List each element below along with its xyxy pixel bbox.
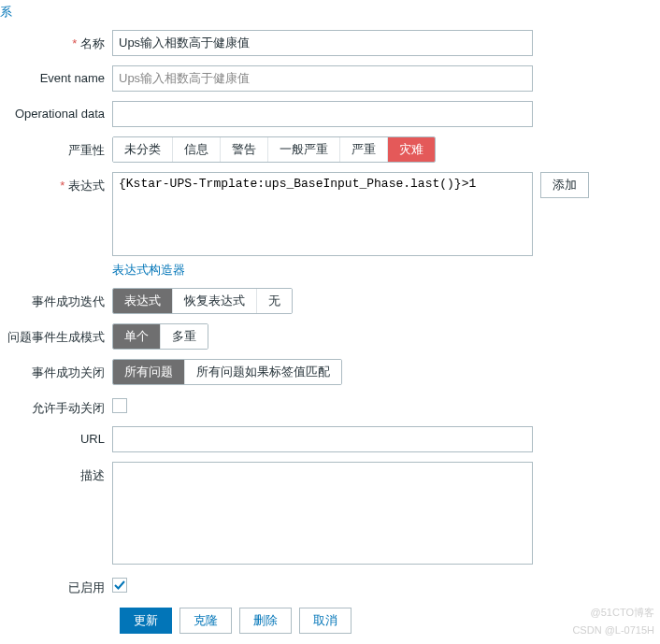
event-ok-close-all[interactable]: 所有问题 xyxy=(113,360,185,384)
severity-average[interactable]: 一般严重 xyxy=(268,137,340,162)
expression-textarea[interactable]: {Kstar-UPS-Trmplate:ups_BaseInput_Phase.… xyxy=(112,172,533,256)
expression-builder-link[interactable]: 表达式构造器 xyxy=(112,262,185,279)
problem-gen-group: 单个 多重 xyxy=(112,323,208,350)
label-severity: 严重性 xyxy=(0,136,112,159)
operational-data-input[interactable] xyxy=(112,101,533,127)
label-url: URL xyxy=(0,426,112,446)
event-ok-iter-recovery[interactable]: 恢复表达式 xyxy=(173,289,257,313)
label-name: 名称 xyxy=(0,30,112,52)
label-event-ok-iter: 事件成功迭代 xyxy=(0,288,112,310)
problem-gen-single[interactable]: 单个 xyxy=(113,324,161,349)
clone-button[interactable]: 克隆 xyxy=(179,608,232,634)
enabled-checkbox[interactable] xyxy=(112,578,127,593)
delete-button[interactable]: 删除 xyxy=(239,608,292,634)
label-manual-close: 允许手动关闭 xyxy=(0,394,112,417)
label-operational-data: Operational data xyxy=(0,101,112,121)
description-textarea[interactable] xyxy=(112,462,533,565)
problem-gen-multiple[interactable]: 多重 xyxy=(161,324,208,349)
severity-disaster[interactable]: 灾难 xyxy=(388,137,435,162)
severity-warning[interactable]: 警告 xyxy=(221,137,268,162)
update-button[interactable]: 更新 xyxy=(120,608,172,634)
manual-close-checkbox[interactable] xyxy=(112,398,127,413)
url-input[interactable] xyxy=(112,426,533,452)
label-event-name: Event name xyxy=(0,65,112,85)
cancel-button[interactable]: 取消 xyxy=(299,608,352,634)
event-ok-close-tagmatch[interactable]: 所有问题如果标签值匹配 xyxy=(185,360,341,384)
expression-add-button[interactable]: 添加 xyxy=(540,172,589,198)
event-name-input[interactable] xyxy=(112,65,533,92)
severity-group: 未分类 信息 警告 一般严重 严重 灾难 xyxy=(112,136,436,163)
label-event-ok-close: 事件成功关闭 xyxy=(0,359,112,381)
severity-unclassified[interactable]: 未分类 xyxy=(113,137,173,162)
label-enabled: 已启用 xyxy=(0,574,112,596)
watermark-2: CSDN @L-0715H xyxy=(572,624,654,634)
severity-high[interactable]: 严重 xyxy=(340,137,388,162)
label-description: 描述 xyxy=(0,462,112,484)
event-ok-iter-expression[interactable]: 表达式 xyxy=(113,289,173,313)
event-ok-iter-group: 表达式 恢复表达式 无 xyxy=(112,288,293,314)
severity-info[interactable]: 信息 xyxy=(173,137,221,162)
name-input[interactable] xyxy=(112,30,533,56)
label-expression: 表达式 xyxy=(0,172,112,194)
watermark-1: @51CTO博客 xyxy=(591,606,654,620)
event-ok-close-group: 所有问题 所有问题如果标签值匹配 xyxy=(112,359,342,385)
event-ok-iter-none[interactable]: 无 xyxy=(257,289,292,313)
label-problem-gen: 问题事件生成模式 xyxy=(0,323,112,346)
top-relation-link[interactable]: 系 xyxy=(0,0,660,30)
